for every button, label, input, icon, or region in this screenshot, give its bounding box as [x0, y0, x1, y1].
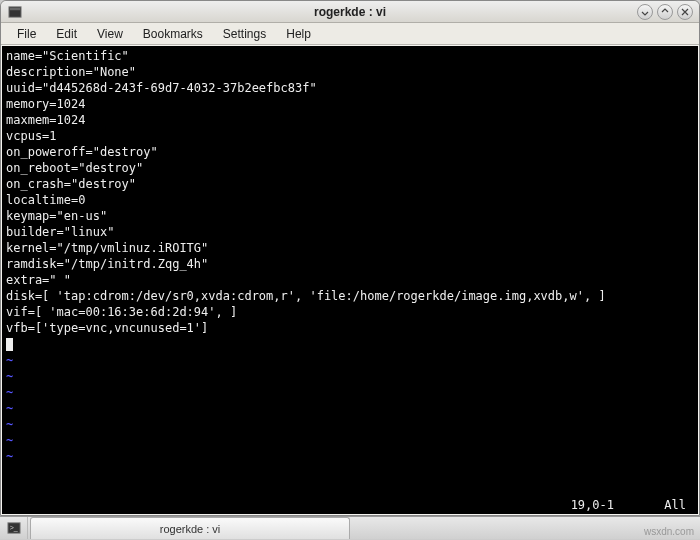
code-line: kernel="/tmp/vmlinuz.iROITG"	[6, 240, 694, 256]
svg-rect-1	[10, 7, 21, 10]
menu-view[interactable]: View	[87, 24, 133, 44]
taskbar: >_ rogerkde : vi	[0, 516, 700, 539]
code-line: keymap="en-us"	[6, 208, 694, 224]
code-line: maxmem=1024	[6, 112, 694, 128]
code-line: vcpus=1	[6, 128, 694, 144]
empty-line-tilde: ~	[6, 384, 694, 400]
app-window: rogerkde : vi File Edit View Bookmarks S…	[0, 0, 700, 516]
code-line: description="None"	[6, 64, 694, 80]
terminal-viewport[interactable]: name="Scientific" description="None" uui…	[2, 46, 698, 514]
empty-line-tilde: ~	[6, 448, 694, 464]
menu-help[interactable]: Help	[276, 24, 321, 44]
scroll-indicator: All	[664, 497, 686, 513]
taskbar-launcher-icon[interactable]: >_	[0, 517, 28, 539]
code-line: builder="linux"	[6, 224, 694, 240]
cursor-line	[6, 336, 694, 352]
code-line: uuid="d445268d-243f-69d7-4032-37b2eefbc8…	[6, 80, 694, 96]
code-line: on_reboot="destroy"	[6, 160, 694, 176]
empty-line-tilde: ~	[6, 432, 694, 448]
vi-status-line: 19,0-1 All	[6, 497, 694, 513]
taskbar-tab[interactable]: rogerkde : vi	[30, 517, 350, 539]
code-line: extra=" "	[6, 272, 694, 288]
menu-settings[interactable]: Settings	[213, 24, 276, 44]
window-controls	[637, 4, 693, 20]
empty-line-tilde: ~	[6, 416, 694, 432]
minimize-button[interactable]	[637, 4, 653, 20]
maximize-button[interactable]	[657, 4, 673, 20]
menu-file[interactable]: File	[7, 24, 46, 44]
cursor-position: 19,0-1	[571, 497, 614, 513]
code-line: on_poweroff="destroy"	[6, 144, 694, 160]
taskbar-tab-label: rogerkde : vi	[160, 523, 221, 535]
code-line: disk=[ 'tap:cdrom:/dev/sr0,xvda:cdrom,r'…	[6, 288, 694, 304]
titlebar[interactable]: rogerkde : vi	[1, 1, 699, 23]
menu-bookmarks[interactable]: Bookmarks	[133, 24, 213, 44]
code-line: memory=1024	[6, 96, 694, 112]
code-line: ramdisk="/tmp/initrd.Zqg_4h"	[6, 256, 694, 272]
code-line: name="Scientific"	[6, 48, 694, 64]
empty-line-tilde: ~	[6, 368, 694, 384]
menu-edit[interactable]: Edit	[46, 24, 87, 44]
svg-text:>_: >_	[9, 524, 17, 532]
window-title: rogerkde : vi	[314, 5, 386, 19]
code-line: vif=[ 'mac=00:16:3e:6d:2d:94', ]	[6, 304, 694, 320]
close-button[interactable]	[677, 4, 693, 20]
empty-line-tilde: ~	[6, 352, 694, 368]
menubar: File Edit View Bookmarks Settings Help	[1, 23, 699, 45]
code-line: on_crash="destroy"	[6, 176, 694, 192]
app-menu-icon[interactable]	[7, 4, 23, 20]
code-line: localtime=0	[6, 192, 694, 208]
cursor-block	[6, 338, 13, 351]
watermark: wsxdn.com	[644, 526, 694, 537]
code-line: vfb=['type=vnc,vncunused=1']	[6, 320, 694, 336]
empty-line-tilde: ~	[6, 400, 694, 416]
